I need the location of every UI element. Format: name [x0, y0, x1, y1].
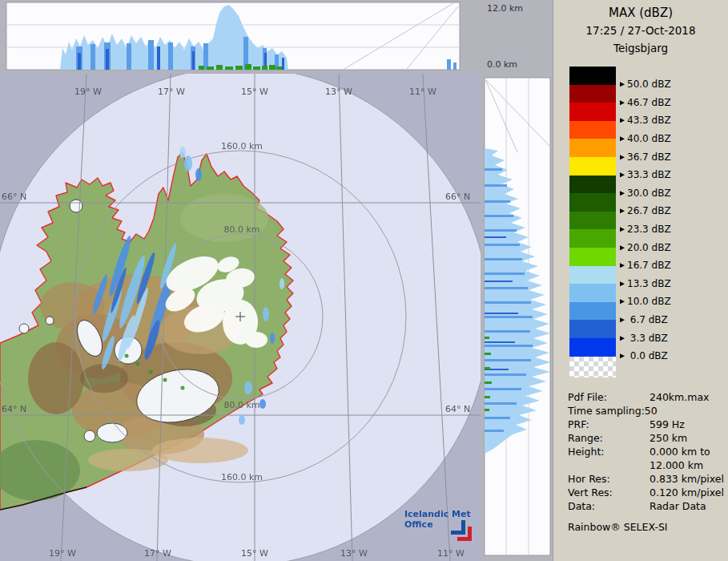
legend-swatch [569, 320, 616, 338]
info-label: PRF: [568, 418, 650, 431]
lat-label: 66° N [445, 192, 470, 202]
legend-label: 43.3 dBZ [620, 111, 671, 130]
lon-label: 17° W [144, 548, 171, 559]
range-ring-label: 80.0 km [223, 224, 259, 235]
legend-label-text: 3.3 dBZ [627, 333, 668, 344]
legend-arrow-icon [620, 281, 625, 286]
legend-label: 10.0 dBZ [620, 293, 671, 311]
info-rows: Pdf File:240km.maxTime sampling:50PRF:59… [568, 390, 728, 513]
height-axis-min-label: 0.0 km [487, 59, 517, 70]
dbz-color-legend: 50.0 dBZ46.7 dBZ43.3 dBZ40.0 dBZ36.7 dBZ… [569, 67, 728, 377]
legend-label-text: 23.3 dBZ [627, 224, 671, 235]
info-label: Pdf File: [568, 390, 650, 404]
met-office-logo-line1: Icelandic Met [404, 509, 481, 519]
legend-label: 20.0 dBZ [620, 239, 671, 257]
legend-swatch [569, 284, 616, 302]
met-office-logo: Icelandic Met Office [404, 509, 481, 543]
info-value: Radar Data [650, 499, 706, 513]
legend-label: 16.7 dBZ [620, 256, 671, 275]
height-axis-max-label: 12.0 km [487, 3, 523, 14]
legend-arrow-icon [620, 173, 625, 178]
legend-label: 40.0 dBZ [620, 130, 671, 148]
info-row: Hor Res:0.833 km/pixel [568, 472, 728, 486]
legend-swatch [569, 176, 616, 194]
legend-rows: 50.0 dBZ46.7 dBZ43.3 dBZ40.0 dBZ36.7 dBZ… [569, 67, 728, 357]
lat-label: 64° N [445, 404, 470, 414]
legend-label: 3.3 dBZ [620, 329, 668, 348]
legend-swatch [569, 139, 616, 157]
info-row: Height:0.000 km to [568, 445, 728, 458]
legend-swatch [569, 229, 616, 248]
info-label: Time sampling:50 [568, 404, 658, 418]
info-row: Pdf File:240km.max [568, 390, 728, 404]
radar-map-canvas: 19° W 17° W 15° W 13° W 11° W 19° W 17° … [0, 74, 481, 561]
info-row: Time sampling:50 [568, 404, 728, 418]
legend-swatch [569, 121, 616, 139]
legend-label-text: 10.0 dBZ [627, 297, 671, 308]
legend-label-text: 26.7 dBZ [627, 206, 671, 217]
legend-label: 33.3 dBZ [620, 166, 671, 184]
legend-swatch [569, 157, 616, 176]
legend-label: 46.7 dBZ [620, 94, 671, 112]
station-name: Teigsbjarg [553, 41, 728, 56]
range-ring-label: 160.0 km [221, 141, 263, 151]
product-info: Pdf File:240km.maxTime sampling:50PRF:59… [568, 390, 728, 533]
met-office-logo-icon [451, 520, 475, 544]
legend-arrow-icon [620, 317, 625, 322]
info-value: 0.120 km/pixel [650, 486, 724, 499]
legend-label-text: 30.0 dBZ [627, 188, 671, 199]
legend-label-text: 46.7 dBZ [627, 97, 671, 108]
legend-swatch [569, 193, 616, 212]
legend-label-text: 33.3 dBZ [627, 170, 671, 181]
legend-arrow-icon [620, 83, 625, 87]
info-label: Data: [568, 499, 650, 513]
info-row: 12.000 km [568, 458, 728, 472]
legend-label-text: 43.3 dBZ [627, 115, 671, 127]
product-title: MAX (dBZ) [553, 5, 728, 21]
legend-arrow-icon [620, 100, 625, 105]
legend-swatch [569, 302, 616, 321]
info-label [568, 458, 650, 472]
lon-label: 15° W [241, 548, 268, 559]
legend-arrow-icon [620, 191, 625, 196]
lon-label: 13° W [325, 87, 352, 97]
chevron-icon [457, 527, 472, 541]
legend-label-text: 6.7 dBZ [627, 314, 668, 325]
info-value: 12.000 km [650, 458, 703, 472]
info-label: Range: [568, 431, 650, 445]
info-row: PRF:599 Hz [568, 418, 728, 431]
radar-map: 19° W 17° W 15° W 13° W 11° W 19° W 17° … [0, 74, 481, 561]
legend-arrow-icon [620, 336, 625, 341]
legend-label-text: 50.0 dBZ [627, 79, 671, 91]
legend-entry: 50.0 dBZ [569, 67, 728, 85]
legend-arrow-icon [620, 119, 625, 123]
info-row: Range:250 km [568, 431, 728, 445]
legend-arrow-icon [620, 245, 625, 250]
legend-label: 0.0 dBZ [620, 347, 668, 365]
legend-swatch [569, 67, 616, 85]
info-row: Vert Res:0.120 km/pixel [568, 486, 728, 499]
info-row: Data:Radar Data [568, 499, 728, 513]
legend-swatch [569, 266, 616, 285]
legend-arrow-icon [620, 227, 625, 232]
legend-label: 50.0 dBZ [620, 75, 671, 94]
legend-arrow-icon [620, 354, 625, 359]
legend-swatch [569, 212, 616, 230]
legend-label: 6.7 dBZ [620, 311, 668, 329]
legend-label: 13.3 dBZ [620, 275, 671, 293]
lon-label: 11° W [409, 87, 436, 97]
product-datetime: 17:25 / 27-Oct-2018 [553, 23, 728, 38]
info-label: Hor Res: [568, 472, 650, 486]
cross-section-top [0, 0, 481, 72]
legend-label: 26.7 dBZ [620, 202, 671, 220]
legend-swatch [569, 248, 616, 266]
legend-label-text: 40.0 dBZ [627, 133, 671, 144]
lon-label: 19° W [49, 548, 76, 559]
lon-label: 19° W [74, 87, 102, 97]
cross-section-right [481, 72, 553, 561]
lon-label: 15° W [241, 87, 268, 97]
legend-label-text: 0.0 dBZ [627, 351, 668, 362]
legend-arrow-icon [620, 300, 625, 305]
legend-label-text: 20.0 dBZ [627, 242, 671, 253]
info-value: 240km.max [650, 390, 709, 404]
